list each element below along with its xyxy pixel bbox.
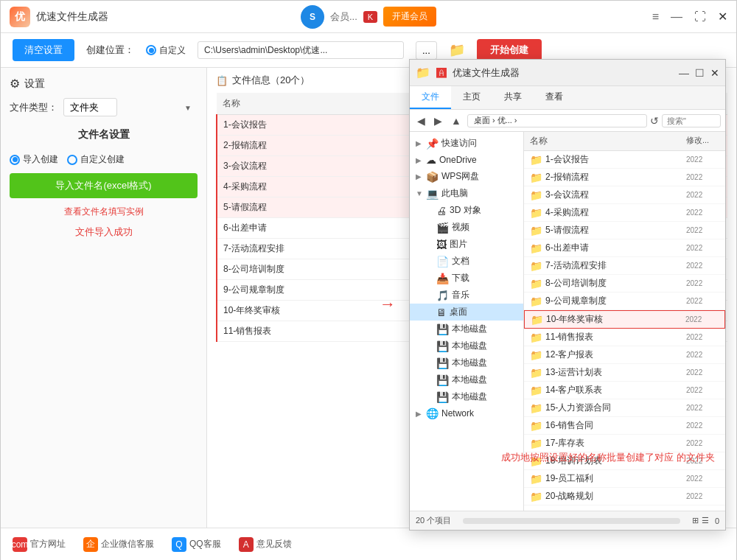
back-button[interactable]: ◀ bbox=[414, 113, 428, 128]
explorer-minimize-button[interactable]: — bbox=[679, 67, 689, 79]
address-input[interactable] bbox=[467, 114, 647, 127]
list-item[interactable]: 📁6-出差申请2022 bbox=[524, 239, 725, 257]
list-item[interactable]: 📁9-公司规章制度2022 bbox=[524, 293, 725, 310]
list-item[interactable]: 📁19-员工福利2022 bbox=[524, 470, 725, 488]
search-input[interactable] bbox=[662, 114, 721, 127]
nav-item[interactable]: 🖨3D 对象 bbox=[410, 202, 523, 219]
nav-item[interactable]: ▶📦WPS网盘 bbox=[410, 168, 523, 185]
select-wrapper: 文件夹 bbox=[63, 98, 198, 116]
nav-item[interactable]: 💾本地磁盘 bbox=[410, 354, 523, 371]
explorer-pdf-icon: 🅰 bbox=[436, 67, 447, 79]
file-panel-title: 文件信息（20个） bbox=[232, 74, 310, 87]
path-input[interactable] bbox=[198, 41, 404, 59]
radio-import[interactable]: 导入创建 bbox=[10, 153, 58, 166]
bottom-item-qq[interactable]: Q QQ客服 bbox=[172, 537, 221, 552]
nav-item[interactable]: 💾本地磁盘 bbox=[410, 337, 523, 354]
nav-item[interactable]: 🖥桌面 bbox=[410, 304, 523, 321]
dots-button[interactable]: ... bbox=[416, 41, 437, 60]
radio-group: 自定义 bbox=[146, 44, 186, 57]
ribbon-tab-view[interactable]: 查看 bbox=[534, 86, 575, 109]
settings-label: 设置 bbox=[24, 77, 45, 91]
status-zero: 0 bbox=[715, 517, 719, 525]
radio-custom-label[interactable]: 自定义 bbox=[146, 44, 186, 57]
list-item[interactable]: 📁15-人力资源合同2022 bbox=[524, 399, 725, 417]
ribbon-tab-share[interactable]: 共享 bbox=[492, 86, 534, 109]
minimize-button[interactable]: — bbox=[671, 10, 682, 24]
wechat-label: 企业微信客服 bbox=[101, 538, 154, 550]
explorer-folder-icon: 📁 bbox=[416, 66, 430, 80]
list-item[interactable]: 📁8-公司培训制度2022 bbox=[524, 275, 725, 293]
list-item[interactable]: 📁12-客户报表2022 bbox=[524, 346, 725, 364]
nav-item[interactable]: ▶🌐Network bbox=[410, 405, 523, 421]
forward-button[interactable]: ▶ bbox=[431, 113, 445, 128]
nav-item[interactable]: ▶📌快速访问 bbox=[410, 135, 523, 152]
file-type-select[interactable]: 文件夹 bbox=[63, 98, 117, 116]
arrow-indicator: → bbox=[380, 295, 396, 314]
list-item[interactable]: 📁7-活动流程安排2022 bbox=[524, 257, 725, 275]
view-list-icon[interactable]: ☰ bbox=[702, 516, 709, 525]
list-item[interactable]: 📁3-会议流程2022 bbox=[524, 186, 725, 204]
nav-item[interactable]: 💾本地磁盘 bbox=[410, 388, 523, 405]
list-item[interactable]: 📁10-年终奖审核2022 bbox=[524, 310, 725, 329]
bottom-item-website[interactable]: com 官方网址 bbox=[13, 537, 66, 552]
bottom-item-feedback[interactable]: A 意见反馈 bbox=[239, 537, 292, 552]
center-logo: S bbox=[301, 5, 324, 29]
nav-item[interactable]: ▶☁OneDrive bbox=[410, 152, 523, 168]
menu-button[interactable]: ≡ bbox=[652, 10, 659, 24]
nav-item[interactable]: 🎵音乐 bbox=[410, 287, 523, 304]
nav-item[interactable]: 💾本地磁盘 bbox=[410, 371, 523, 388]
radio-custom-dot2 bbox=[67, 155, 77, 165]
file-list-header: 名称 修改... bbox=[524, 132, 725, 151]
filename-section-title: 文件名设置 bbox=[10, 124, 198, 146]
center-text: 会员... bbox=[330, 10, 357, 24]
name-options: 导入创建 自定义创建 bbox=[10, 153, 198, 166]
list-item[interactable]: 📁2-报销流程2022 bbox=[524, 169, 725, 186]
view-grid-icon[interactable]: ⊞ bbox=[692, 516, 699, 525]
folder-button[interactable]: 📁 bbox=[449, 42, 465, 58]
refresh-button[interactable]: ↺ bbox=[650, 115, 659, 127]
explorer-address-bar: ◀ ▶ ▲ ↺ bbox=[410, 110, 725, 132]
list-item[interactable]: 📁16-销售合同2022 bbox=[524, 417, 725, 435]
bottom-item-wechat[interactable]: 企 企业微信客服 bbox=[83, 537, 154, 552]
nav-item[interactable]: 📥下载 bbox=[410, 270, 523, 287]
list-item[interactable]: 📁20-战略规划2022 bbox=[524, 488, 725, 505]
ribbon-tab-home[interactable]: 主页 bbox=[451, 86, 492, 109]
title-bar-right: ≡ — ⛶ ✕ bbox=[548, 10, 728, 24]
close-button[interactable]: ✕ bbox=[718, 10, 727, 24]
clear-settings-button[interactable]: 清空设置 bbox=[13, 39, 74, 61]
nav-item[interactable]: 📄文档 bbox=[410, 253, 523, 270]
app-icon: 优 bbox=[10, 7, 30, 27]
view-example-link[interactable]: 查看文件名填写实例 bbox=[10, 206, 198, 218]
sidebar: ⚙ 设置 文件类型： 文件夹 文件名设置 导入创建 自定义 bbox=[1, 68, 207, 528]
nav-item[interactable]: 💾本地磁盘 bbox=[410, 321, 523, 337]
annotation-box: 成功地按照设置好的名称批量创建了对应 的文件夹 bbox=[501, 450, 715, 465]
explorer-close-button[interactable]: ✕ bbox=[710, 67, 719, 79]
maximize-button[interactable]: ⛶ bbox=[694, 10, 706, 24]
list-item[interactable]: 📁1-会议报告2022 bbox=[524, 151, 725, 169]
title-bar: 优 优速文件生成器 S 会员... K 开通会员 ≡ — ⛶ ✕ bbox=[1, 1, 736, 33]
list-item[interactable]: 📁13-运营计划表2022 bbox=[524, 364, 725, 382]
list-item[interactable]: 📁5-请假流程2022 bbox=[524, 222, 725, 239]
nav-item[interactable]: 🖼图片 bbox=[410, 236, 523, 253]
app-title: 优速文件生成器 bbox=[36, 10, 108, 24]
explorer-ribbon: 文件 主页 共享 查看 bbox=[410, 86, 725, 110]
radio-custom[interactable]: 自定义创建 bbox=[67, 153, 125, 166]
nav-item[interactable]: ▼💻此电脑 bbox=[410, 185, 523, 202]
status-scrollbar[interactable] bbox=[463, 518, 680, 524]
website-label: 官方网址 bbox=[30, 538, 66, 550]
start-create-button[interactable]: 开始创建 bbox=[477, 39, 542, 61]
radio-custom-dot bbox=[146, 45, 156, 55]
list-item[interactable]: 📁14-客户联系表2022 bbox=[524, 382, 725, 399]
import-filename-button[interactable]: 导入文件名(excel格式) bbox=[10, 173, 198, 198]
bottom-bar: com 官方网址 企 企业微信客服 Q QQ客服 A 意见反馈 bbox=[1, 528, 736, 560]
up-button[interactable]: ▲ bbox=[448, 113, 464, 128]
open-vip-button[interactable]: 开通会员 bbox=[383, 7, 436, 27]
list-item[interactable]: 📁4-采购流程2022 bbox=[524, 204, 725, 222]
nav-item[interactable]: 🎬视频 bbox=[410, 219, 523, 236]
explorer-status-bar: 20 个项目 ⊞ ☰ 0 bbox=[410, 511, 725, 530]
radio-import-dot bbox=[10, 155, 20, 165]
col-date-header: 修改... bbox=[686, 135, 719, 147]
explorer-maximize-button[interactable]: ☐ bbox=[695, 67, 705, 79]
list-item[interactable]: 📁11-销售报表2022 bbox=[524, 329, 725, 346]
ribbon-tab-file[interactable]: 文件 bbox=[410, 86, 451, 109]
